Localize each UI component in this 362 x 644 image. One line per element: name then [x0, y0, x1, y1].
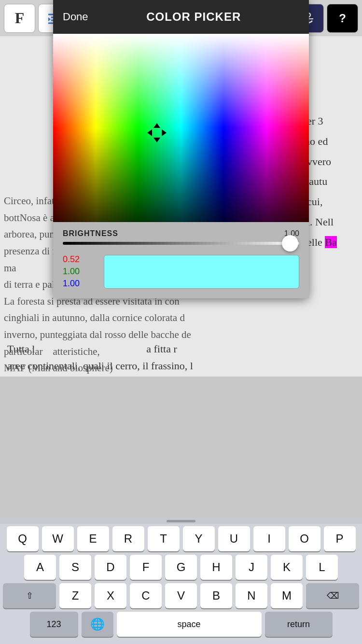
key-Y[interactable]: Y: [183, 526, 215, 551]
key-N[interactable]: N: [236, 583, 267, 608]
keyboard-row-3: ⇧ Z X C V B N M ⌫: [2, 583, 360, 608]
return-key[interactable]: return: [265, 612, 333, 637]
key-L[interactable]: L: [306, 555, 338, 580]
color-canvas-element[interactable]: [53, 34, 309, 222]
key-V[interactable]: V: [165, 583, 197, 608]
delete-key[interactable]: ⌫: [306, 583, 359, 608]
globe-key[interactable]: 🌐: [82, 612, 113, 637]
key-K[interactable]: K: [271, 555, 303, 580]
help-icon: ?: [339, 12, 346, 25]
key-W[interactable]: W: [42, 526, 74, 551]
svg-marker-4: [48, 17, 51, 21]
key-P[interactable]: P: [324, 526, 356, 551]
keyboard-drag-bar: [0, 518, 362, 524]
key-Z[interactable]: Z: [59, 583, 91, 608]
brightness-section: BRIGHTNESS 1.00: [53, 222, 309, 250]
modal-title: COLOR PICKER: [88, 10, 299, 24]
key-O[interactable]: O: [289, 526, 320, 551]
keyboard-row-4: 123 🌐 space return: [2, 612, 360, 637]
space-key[interactable]: space: [117, 612, 262, 637]
brightness-header: BRIGHTNESS 1.00: [63, 229, 299, 238]
keyboard-drag-indicator: [167, 520, 195, 522]
modal-header: Done COLOR PICKER: [53, 0, 309, 34]
color-picker-modal: Done COLOR PICKER BRIGHTNESS 1.00 0.52 1…: [53, 0, 309, 298]
key-D[interactable]: D: [95, 555, 126, 580]
numbers-key[interactable]: 123: [30, 612, 78, 637]
keyboard-rows: Q W E R T Y U I O P A S D F G H J K L ⇧ …: [0, 524, 362, 644]
blue-value: 1.00: [63, 279, 97, 289]
brightness-slider-track[interactable]: [63, 242, 299, 245]
key-E[interactable]: E: [77, 526, 109, 551]
red-value: 0.52: [63, 254, 97, 265]
key-U[interactable]: U: [218, 526, 250, 551]
brightness-label: BRIGHTNESS: [63, 229, 118, 238]
rgb-values: 0.52 1.00 1.00: [63, 254, 97, 289]
brightness-slider-thumb[interactable]: [282, 235, 298, 252]
green-value: 1.00: [63, 266, 97, 277]
key-G[interactable]: G: [165, 555, 197, 580]
key-B[interactable]: B: [200, 583, 232, 608]
key-M[interactable]: M: [271, 583, 303, 608]
key-Q[interactable]: Q: [7, 526, 39, 551]
keyboard-row-1: Q W E R T Y U I O P: [2, 526, 360, 551]
help-button[interactable]: ?: [327, 4, 358, 33]
keyboard: Q W E R T Y U I O P A S D F G H J K L ⇧ …: [0, 518, 362, 644]
color-preview-box[interactable]: [104, 255, 299, 289]
key-T[interactable]: T: [148, 526, 180, 551]
done-button[interactable]: Done: [63, 11, 88, 23]
keyboard-row-2: A S D F G H J K L: [2, 555, 360, 580]
key-F[interactable]: F: [130, 555, 162, 580]
key-H[interactable]: H: [200, 555, 232, 580]
key-R[interactable]: R: [112, 526, 144, 551]
shift-key[interactable]: ⇧: [3, 583, 56, 608]
color-gradient-canvas[interactable]: [53, 34, 309, 222]
key-C[interactable]: C: [130, 583, 162, 608]
key-I[interactable]: I: [253, 526, 285, 551]
font-button[interactable]: F: [4, 4, 35, 33]
key-A[interactable]: A: [24, 555, 56, 580]
key-X[interactable]: X: [95, 583, 126, 608]
key-J[interactable]: J: [236, 555, 267, 580]
color-values-row: 0.52 1.00 1.00: [53, 250, 309, 298]
key-S[interactable]: S: [59, 555, 91, 580]
